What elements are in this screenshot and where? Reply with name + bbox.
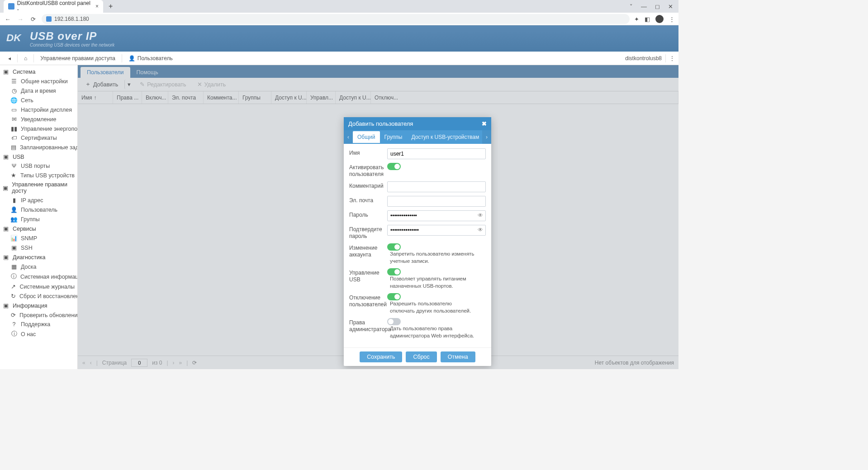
disconnect-toggle[interactable] — [387, 293, 401, 300]
info-icon: ⓘ — [11, 273, 17, 280]
app-banner: DK USB over IP Connecting USB devices ov… — [0, 25, 678, 52]
cancel-button[interactable]: Отмена — [441, 351, 475, 362]
minimize-icon[interactable]: — — [641, 3, 647, 10]
new-tab-button[interactable]: + — [106, 2, 115, 10]
email-input[interactable] — [387, 196, 486, 207]
user-menu-icon[interactable]: ⋮ — [669, 55, 675, 62]
sidebar-item-label: Типы USB устройств — [20, 172, 75, 179]
modal-tab-general[interactable]: Общий — [353, 131, 380, 143]
sidebar-item-label: О нас — [21, 331, 36, 337]
sidebar-item-about[interactable]: ⓘО нас — [0, 329, 77, 339]
sidebar-item-ssh[interactable]: ▣SSH — [0, 243, 77, 252]
sidebar-item-groups[interactable]: 👥Группы — [0, 214, 77, 224]
browser-menu-icon[interactable]: ⋮ — [669, 16, 675, 23]
field-label-email: Эл. почта — [349, 196, 384, 204]
sidebar-item-reset[interactable]: ↻Сброс И восстановлени — [0, 291, 77, 301]
sidebar-item-snmp[interactable]: 📊SNMP — [0, 233, 77, 243]
reset-button[interactable]: Сброс — [406, 351, 436, 362]
brand-subtitle: Connecting USB devices over the network — [30, 43, 114, 47]
collapse-sidebar-button[interactable]: ◂ — [4, 54, 15, 63]
sidebar-item-label: IP адрес — [21, 197, 43, 204]
tab-close-icon[interactable]: × — [95, 3, 99, 9]
sidebar-item-user[interactable]: 👤Пользователь — [0, 205, 77, 214]
sidebar-item-power[interactable]: ▮▮Управление энергопотр — [0, 124, 77, 133]
save-button[interactable]: Сохранить — [360, 351, 402, 362]
sidebar-item-syslogs[interactable]: ↗Системные журналы — [0, 282, 77, 291]
sidebar-cat-usb[interactable]: ▣USB — [0, 152, 77, 161]
chart-icon: 📊 — [11, 235, 17, 242]
modal-close-icon[interactable]: ✖ — [482, 120, 487, 127]
extensions-icon[interactable]: ✦ — [634, 16, 639, 23]
modal-tab-scroll-left[interactable]: ‹ — [344, 130, 353, 144]
sidebar-item-label: Группы — [21, 216, 40, 223]
chevron-down-icon[interactable]: ˅ — [630, 3, 633, 10]
disconnect-desc: Разрешить пользователю отключать других … — [390, 300, 476, 314]
log-icon: ↗ — [11, 283, 16, 290]
sidebar-cat-diagnostics[interactable]: ▣Диагностика — [0, 252, 77, 262]
modal-tab-scroll-right[interactable]: › — [482, 130, 491, 144]
sidebar-item-updates[interactable]: ⟳Проверить обновления — [0, 310, 77, 320]
refresh-icon: ⟳ — [11, 312, 16, 318]
admin-toggle[interactable] — [387, 318, 401, 325]
field-label-account: Изменение аккаунта — [349, 243, 384, 258]
browser-tab[interactable]: DistKontrolUSB8 control panel - × — [4, 0, 103, 13]
sidebar-cat-info[interactable]: ▣Информация — [0, 301, 77, 310]
breadcrumb-access[interactable]: Управление правами доступа — [36, 54, 120, 63]
sidebar-item-usb-ports[interactable]: ΨUSB порты — [0, 161, 77, 171]
sidebar-item-scheduled[interactable]: ▤Запланированные задан — [0, 142, 77, 152]
terminal-icon: ▣ — [11, 244, 17, 251]
sidebar-cat-system[interactable]: ▣Система — [0, 67, 77, 76]
eye-icon[interactable]: 👁 — [478, 227, 483, 233]
profile-avatar[interactable] — [655, 15, 664, 23]
sidebar-cat-diag-label: Диагностика — [13, 254, 45, 261]
sidebar-item-dashboard[interactable]: ▦Доска — [0, 262, 77, 271]
person-icon: 👤 — [11, 206, 17, 213]
help-icon: ? — [11, 321, 17, 328]
back-icon[interactable]: ← — [4, 16, 12, 23]
sidebar-item-usb-types[interactable]: ★Типы USB устройств — [0, 171, 77, 180]
sidebar-item-support[interactable]: ?Поддержка — [0, 320, 77, 329]
sidebar-item-label: Сертификаты — [21, 135, 57, 141]
home-button[interactable]: ⌂ — [19, 54, 32, 63]
reload-icon[interactable]: ⟳ — [29, 16, 37, 23]
sidebar-cat-access[interactable]: ▣Управление правами досту — [0, 180, 77, 195]
minus-box-icon: ▣ — [3, 225, 9, 232]
sidebar-item-sysinfo[interactable]: ⓘСистемная информация — [0, 271, 77, 282]
ext-generic-icon[interactable]: ◧ — [645, 16, 650, 23]
account-desc: Запретить пользователю изменять учетные … — [390, 251, 476, 265]
password-confirm-input[interactable] — [387, 225, 486, 236]
close-window-icon[interactable]: ✕ — [668, 3, 673, 10]
modal-footer: Сохранить Сброс Отмена — [344, 347, 491, 366]
usb-manage-toggle[interactable] — [387, 268, 401, 275]
name-input[interactable] — [387, 148, 486, 159]
breadcrumb-user[interactable]: 👤 Пользователь — [124, 54, 177, 63]
site-info-icon[interactable] — [46, 16, 52, 22]
forward-icon[interactable]: → — [16, 16, 24, 23]
sidebar-item-ip[interactable]: ▮IP адрес — [0, 195, 77, 205]
activate-toggle[interactable] — [387, 163, 401, 170]
eye-icon[interactable]: 👁 — [478, 212, 483, 218]
sidebar-cat-info-label: Информация — [13, 303, 47, 309]
sidebar-item-display[interactable]: ▭Настройки дисплея — [0, 105, 77, 114]
comment-input[interactable] — [387, 181, 486, 192]
clock-icon: ◷ — [11, 87, 17, 94]
modal-tab-usb[interactable]: Доступ к USB-устройствам — [407, 131, 482, 143]
sidebar-item-general[interactable]: ☰Общие настройки — [0, 76, 77, 86]
sidebar-item-label: Запланированные задан — [20, 144, 77, 151]
sidebar-item-label: Поддержка — [21, 321, 50, 328]
browser-tab-bar: DistKontrolUSB8 control panel - × + ˅ — … — [0, 0, 678, 13]
sidebar-item-network[interactable]: 🌐Сеть — [0, 95, 77, 105]
password-input[interactable] — [387, 210, 486, 221]
logo-icon: DK — [6, 30, 28, 47]
sidebar-item-certificates[interactable]: 🏷Сертификаты — [0, 133, 77, 142]
url-input[interactable]: 192.168.1.180 — [42, 14, 630, 24]
sidebar-item-notifications[interactable]: ✉Уведомление — [0, 114, 77, 124]
modal-title: Добавить пользователя — [348, 120, 413, 127]
maximize-icon[interactable]: ◻ — [655, 3, 660, 10]
sidebar-item-datetime[interactable]: ◷Дата и время — [0, 86, 77, 95]
modal-header: Добавить пользователя ✖ — [344, 117, 491, 130]
sidebar-cat-services[interactable]: ▣Сервисы — [0, 224, 77, 233]
account-toggle[interactable] — [387, 243, 401, 251]
modal-tab-groups[interactable]: Группы — [380, 131, 407, 143]
field-label-disconnect: Отключение пользователей — [349, 293, 384, 308]
